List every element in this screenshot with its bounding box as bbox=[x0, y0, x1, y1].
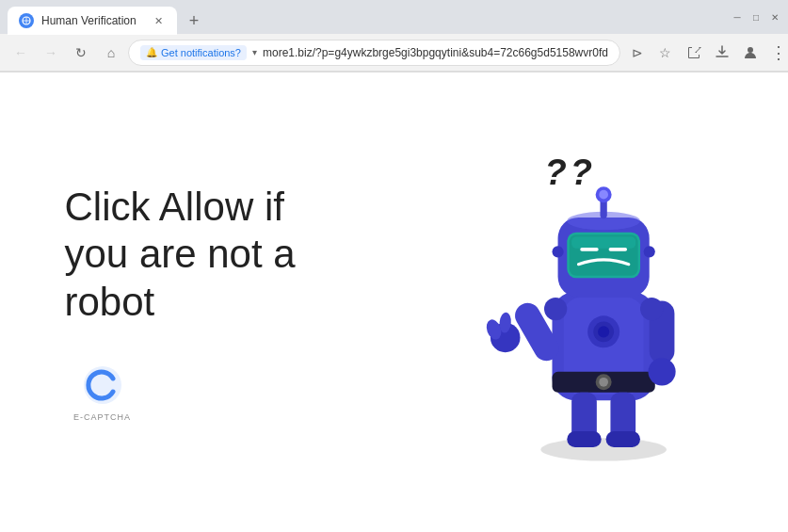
svg-point-37 bbox=[643, 246, 654, 257]
svg-rect-35 bbox=[605, 431, 639, 447]
captcha-label: E-CAPTCHA bbox=[73, 412, 131, 422]
tab-close-button[interactable]: ✕ bbox=[151, 13, 166, 28]
svg-point-10 bbox=[599, 377, 608, 386]
svg-point-20 bbox=[599, 189, 608, 199]
extensions-button[interactable] bbox=[681, 40, 707, 66]
toolbar: ← → ↻ ⌂ 🔔 Get notifications? ▾ more1.biz… bbox=[0, 34, 788, 72]
svg-rect-34 bbox=[567, 431, 601, 447]
address-bar[interactable]: 🔔 Get notifications? ▾ more1.biz/?p=g4yw… bbox=[128, 40, 620, 66]
tab-title: Human Verification bbox=[41, 14, 143, 27]
minimize-button[interactable]: ─ bbox=[732, 11, 743, 23]
svg-rect-15 bbox=[569, 234, 637, 276]
home-button[interactable]: ⌂ bbox=[98, 40, 124, 66]
profile-button[interactable] bbox=[737, 40, 764, 66]
url-text: more1.biz/?p=g4ywkzbrge5gi3bpgqytini&sub… bbox=[263, 46, 608, 59]
menu-button[interactable]: ⋮ bbox=[765, 40, 788, 66]
svg-point-26 bbox=[648, 358, 675, 385]
reload-button[interactable]: ↻ bbox=[68, 40, 94, 66]
new-tab-button[interactable]: + bbox=[181, 8, 207, 34]
tab-favicon bbox=[19, 13, 34, 28]
notification-badge[interactable]: 🔔 Get notifications? bbox=[140, 45, 247, 60]
main-text-line3: robot bbox=[65, 280, 155, 324]
left-content: Click Allow if you are not a robot E-CAP… bbox=[65, 184, 460, 422]
cast-button[interactable]: ⊳ bbox=[624, 40, 651, 66]
page-content: Click Allow if you are not a robot E-CAP… bbox=[0, 73, 788, 532]
content-wrapper: Click Allow if you are not a robot E-CAP… bbox=[65, 143, 724, 463]
bookmark-button[interactable]: ☆ bbox=[652, 40, 679, 66]
active-tab[interactable]: Human Verification ✕ bbox=[8, 7, 177, 35]
main-text-line2: you are not a bbox=[65, 232, 296, 276]
notification-dropdown-button[interactable]: ▾ bbox=[252, 47, 257, 57]
ecaptcha-icon bbox=[81, 363, 124, 407]
bell-icon: 🔔 bbox=[146, 47, 157, 57]
svg-point-31 bbox=[598, 326, 609, 337]
svg-point-3 bbox=[748, 47, 753, 53]
back-button[interactable]: ← bbox=[8, 40, 34, 66]
captcha-logo: E-CAPTCHA bbox=[65, 363, 140, 422]
title-bar: Human Verification ✕ + ─ □ ✕ bbox=[0, 0, 788, 34]
svg-point-27 bbox=[544, 297, 567, 319]
close-window-button[interactable]: ✕ bbox=[769, 11, 780, 23]
toolbar-actions: ⊳ ☆ ⋮ bbox=[624, 40, 788, 66]
window-controls: ─ □ ✕ bbox=[732, 11, 780, 23]
question-marks: ?? bbox=[545, 153, 596, 193]
forward-button[interactable]: → bbox=[38, 40, 64, 66]
maximize-button[interactable]: □ bbox=[750, 11, 762, 23]
browser-chrome: Human Verification ✕ + ─ □ ✕ ← → ↻ ⌂ 🔔 G… bbox=[0, 0, 788, 73]
main-message: Click Allow if you are not a robot bbox=[65, 184, 460, 326]
main-text-line1: Click Allow if bbox=[65, 185, 284, 229]
svg-point-36 bbox=[552, 246, 563, 257]
download-button[interactable] bbox=[709, 40, 735, 66]
svg-point-5 bbox=[540, 438, 667, 460]
notification-label: Get notifications? bbox=[161, 47, 241, 58]
svg-point-28 bbox=[640, 297, 663, 319]
tab-area: Human Verification ✕ + bbox=[8, 0, 724, 34]
robot-illustration: ?? bbox=[460, 143, 724, 463]
